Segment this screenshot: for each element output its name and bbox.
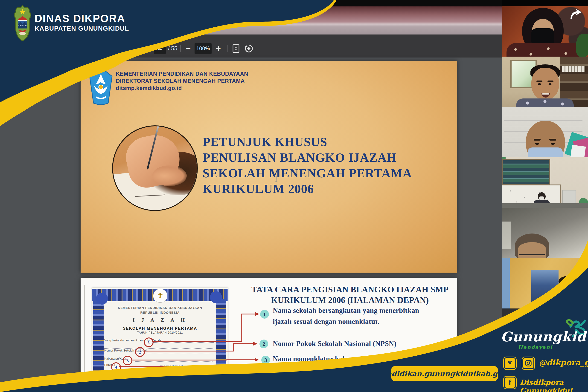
ministry-site: ditsmp.kemdikbud.go.id	[116, 84, 248, 92]
rotate-button[interactable]	[243, 43, 254, 54]
item-1-number: 1	[260, 310, 269, 318]
participant-video-2[interactable]	[502, 56, 588, 107]
participant-video-3[interactable]	[502, 107, 588, 158]
gunungkidul-crest	[13, 4, 32, 42]
website-banner: pendidikan.gunungkidulkab.go.id	[391, 366, 498, 381]
participant-video-4[interactable]	[502, 157, 588, 208]
item-3-text: Nama nomenklatur kabupaten/kota*) ( menc…	[273, 353, 394, 376]
item-2-number: 2	[259, 340, 268, 348]
participant6-figure	[560, 280, 581, 308]
twitter-icon	[503, 356, 517, 370]
fit-page-icon	[232, 44, 239, 53]
zoom-in-button[interactable]: +	[214, 43, 223, 54]
zoom-out-button[interactable]: −	[184, 43, 193, 54]
text-cursor	[275, 176, 277, 182]
slide1-ministry-block: KEMENTERIAN PENDIDIKAN DAN KEBUDAYAAN DI…	[116, 70, 248, 92]
face-mask	[528, 148, 563, 158]
social-handle: @dikpora_gk	[539, 358, 588, 367]
webinar-screenshot: 12 / 55 − 100% +	[0, 0, 588, 392]
brand-tagline: Handayani	[518, 344, 552, 350]
toolbar-divider	[180, 45, 181, 52]
slide1-title: PETUNJUK KHUSUS PENULISAN BLANGKO IJAZAH…	[203, 134, 412, 197]
participant-video-6[interactable]	[502, 258, 588, 309]
zoom-level-input[interactable]: 100%	[195, 43, 212, 54]
slide-page-12: KEMENTERIAN PENDIDIKAN DAN KEBUDAYAAN DI…	[81, 61, 457, 272]
item-1-text: Nama sekolah bersangkutan yang menerbitk…	[273, 305, 419, 327]
facebook-icon: f	[503, 376, 517, 389]
item-3-number: 3	[261, 356, 270, 364]
rotate-icon	[244, 44, 253, 53]
facebook-page-name: Disdikpora Gunungkidul	[520, 378, 588, 392]
shared-screen: 12 / 55 − 100% +	[0, 0, 502, 392]
instagram-icon	[522, 356, 535, 370]
page-current: 12	[158, 46, 162, 50]
item-2-text: Nomor Pokok Sekolah Nasional (NPSN)	[273, 338, 396, 349]
agency-region: KABUPATEN GUNUNGKIDUL	[35, 24, 129, 33]
agency-name: DINAS DIKPORA	[35, 13, 129, 24]
zoom-level: 100%	[196, 46, 210, 52]
agency-title-block: DINAS DIKPORA KABUPATEN GUNUNGKIDUL	[35, 13, 129, 33]
toolbar-divider-2	[227, 45, 228, 52]
sidebar-top-strip	[502, 0, 588, 6]
hand-writing-photo	[112, 126, 198, 211]
glasses	[519, 254, 545, 258]
ministry-line1: KEMENTERIAN PENDIDIKAN DAN KEBUDAYAAN	[116, 70, 248, 77]
page-number-input[interactable]: 12	[154, 43, 166, 54]
brand-name: Gunungkidul	[501, 329, 581, 344]
participant-video-1[interactable]	[502, 6, 588, 57]
face-mask	[539, 196, 544, 200]
participant-video-5[interactable]	[502, 208, 588, 258]
ministry-line2: DIREKTORAT SEKOLAH MENENGAH PERTAMA	[116, 77, 248, 84]
share-arrow-icon[interactable]	[569, 8, 582, 20]
fit-page-button[interactable]	[231, 43, 241, 54]
tutwuri-handayani-logo	[89, 66, 113, 106]
page-count: / 55	[168, 45, 177, 52]
screen-top-strip	[0, 0, 502, 6]
website-url: pendidikan.gunungkidulkab.go.id	[377, 370, 512, 378]
